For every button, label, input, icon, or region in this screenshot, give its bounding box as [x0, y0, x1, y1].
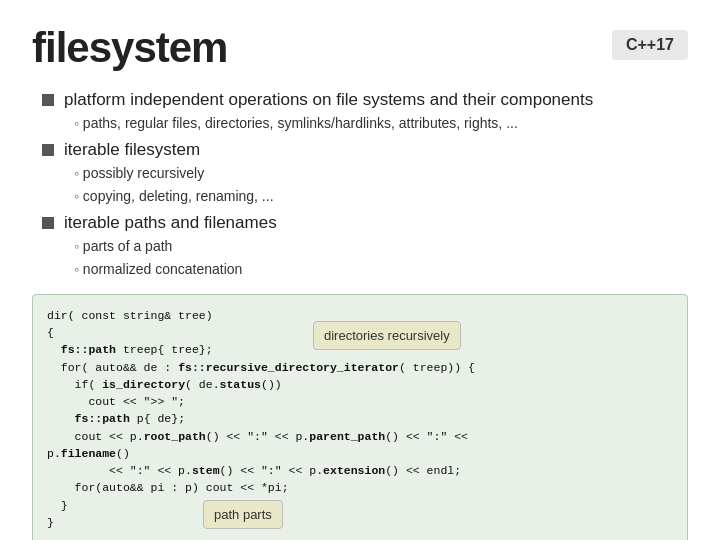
code-block: dir( const string& tree) { fs::path tree…	[32, 294, 688, 540]
header: filesystem C++17	[32, 24, 688, 72]
code-line-7: fs::path p{ de};	[47, 410, 673, 427]
sub-bullets-2: possibly recursively copying, deleting, …	[74, 162, 688, 207]
bullet-section-3: iterable paths and filenames parts of a …	[42, 213, 688, 280]
bullet-main-text-2: iterable filesystem	[64, 140, 200, 160]
code-line-5: if( is_directory( de.status())	[47, 376, 673, 393]
code-line-10: << ":" << p.stem() << ":" << p.extension…	[47, 462, 673, 479]
bullet-square-icon-1	[42, 94, 54, 106]
code-line-6: cout << ">> ";	[47, 393, 673, 410]
bullet-main-2: iterable filesystem	[42, 140, 688, 160]
bullet-main-1: platform independent operations on file …	[42, 90, 688, 110]
code-line-12: }	[47, 497, 673, 514]
bullet-main-3: iterable paths and filenames	[42, 213, 688, 233]
bullet-section-1: platform independent operations on file …	[42, 90, 688, 134]
bullet-main-text-1: platform independent operations on file …	[64, 90, 593, 110]
bullet-square-icon-2	[42, 144, 54, 156]
code-line-11: for(auto&& pi : p) cout << *pi;	[47, 479, 673, 496]
bullet-main-text-3: iterable paths and filenames	[64, 213, 277, 233]
bullet-square-icon-3	[42, 217, 54, 229]
sub-bullet-1-0: paths, regular files, directories, symli…	[74, 112, 688, 134]
code-line-8: cout << p.root_path() << ":" << p.parent…	[47, 428, 673, 445]
content-area: platform independent operations on file …	[42, 90, 688, 280]
bullet-section-2: iterable filesystem possibly recursively…	[42, 140, 688, 207]
code-line-9: p.filename()	[47, 445, 673, 462]
code-line-4: for( auto&& de : fs::recursive_directory…	[47, 359, 673, 376]
sub-bullet-2-0: possibly recursively	[74, 162, 688, 184]
slide-title: filesystem	[32, 24, 227, 72]
version-badge: C++17	[612, 30, 688, 60]
sub-bullet-3-1: normalized concatenation	[74, 258, 688, 280]
sub-bullets-3: parts of a path normalized concatenation	[74, 235, 688, 280]
sub-bullet-2-1: copying, deleting, renaming, ...	[74, 185, 688, 207]
sub-bullets-1: paths, regular files, directories, symli…	[74, 112, 688, 134]
tooltip-path-parts: path parts	[203, 500, 283, 530]
code-line-13: }	[47, 514, 673, 531]
tooltip-directories-recursively: directories recursively	[313, 321, 461, 351]
sub-bullet-3-0: parts of a path	[74, 235, 688, 257]
slide: filesystem C++17 platform independent op…	[0, 0, 720, 540]
